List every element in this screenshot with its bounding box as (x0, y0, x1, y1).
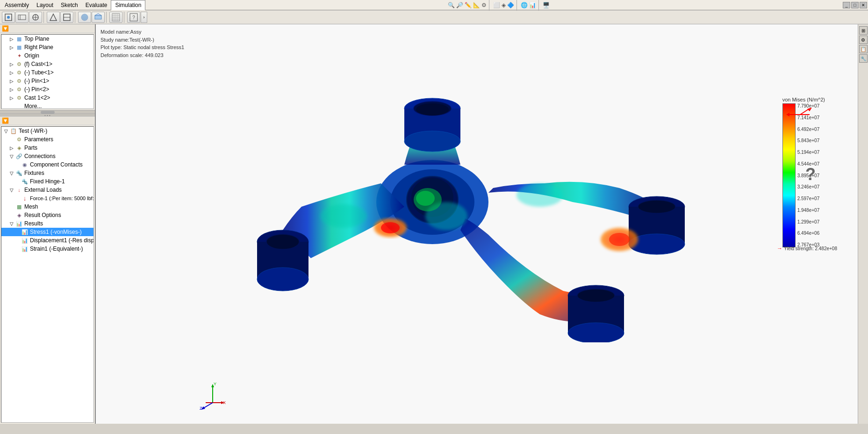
tree-pin1[interactable]: ▷ ⚙ (-) Pin<1> (1, 77, 93, 85)
expand-icon[interactable]: ▽ (9, 221, 14, 226)
expand-icon[interactable]: ▷ (9, 145, 14, 151)
toolbar-icon-5[interactable]: ⚙ (481, 2, 487, 8)
right-btn-2[interactable]: ⚙ (859, 36, 868, 44)
close-button[interactable]: ✕ (860, 2, 867, 8)
model-info-line2: Study name:Test(-WR-) (100, 36, 184, 44)
tree-results[interactable]: ▽ 📊 Results (1, 219, 93, 228)
tree-pin2-label: (-) Pin<2> (24, 86, 49, 93)
restore-button[interactable]: □ (851, 2, 859, 8)
tree-result-options[interactable]: ◈ Result Options (1, 211, 93, 219)
viewport: Model name:Assy Study name:Test(-WR-) Pl… (96, 24, 858, 424)
right-btn-4[interactable]: 🔧 (859, 54, 868, 63)
tree-displacement1[interactable]: 📊 Displacement1 (-Res disp-) (1, 236, 93, 245)
fixtures-icon: 🔩 (15, 169, 23, 177)
toolbar-icon-8[interactable]: 🔷 (507, 2, 514, 8)
tree-mesh[interactable]: ▦ Mesh (1, 203, 93, 211)
tree-f-cast[interactable]: ▷ ⚙ (f) Cast<1> (1, 60, 93, 68)
expand-icon[interactable]: ▽ (9, 153, 14, 159)
expand-icon (9, 137, 14, 142)
tree-parameters[interactable]: ⚙ Parameters (1, 135, 93, 144)
tree-test-wr[interactable]: ▽ 📋 Test (-WR-) (1, 127, 93, 135)
sim-icon-1 (4, 13, 13, 22)
sim-toolbar-btn-1[interactable] (2, 12, 15, 23)
toolbar-icon-10[interactable]: 📊 (529, 2, 536, 8)
tree-stress1[interactable]: 📊 Stress1 (-vonMises-) (1, 228, 93, 236)
toolbar-icon-11[interactable]: 🖥️ (543, 2, 550, 8)
toolbar-icon-1[interactable]: 🔍 (448, 2, 455, 8)
toolbar-icon-4[interactable]: 📐 (473, 2, 480, 8)
expand-icon[interactable]: ▷ (9, 44, 14, 50)
menu-sketch[interactable]: Sketch (57, 0, 82, 10)
tree-origin[interactable]: ✦ Origin (1, 51, 93, 60)
expand-icon[interactable]: ▽ (9, 170, 14, 176)
right-btn-1[interactable]: ⊞ (859, 26, 868, 35)
tree-top-plane[interactable]: ▷ ▦ Top Plane (1, 35, 93, 43)
sim-toolbar-btn-7[interactable] (92, 12, 105, 23)
svg-marker-64 (807, 108, 812, 111)
tree-connections[interactable]: ▽ 🔗 Connections (1, 152, 93, 160)
expand-icon[interactable]: ▷ (9, 61, 14, 67)
minimize-button[interactable]: _ (843, 2, 850, 8)
part-icon: ⚙ (15, 94, 23, 101)
tree-comp-contacts-label: Component Contacts (30, 161, 83, 168)
tree-force1[interactable]: ↓ Force-1 (:Per item: 5000 lbf:) (1, 194, 93, 203)
sim-toolbar-btn-4[interactable] (47, 12, 60, 23)
menu-layout[interactable]: Layout (33, 0, 57, 10)
toolbar-icon-2[interactable]: 🔎 (456, 2, 463, 8)
tree-strain1[interactable]: 📊 Strain1 (-Equivalent-) (1, 245, 93, 253)
expand-icon[interactable]: ▷ (9, 70, 14, 75)
toolbar-icon-3[interactable]: ✏️ (465, 2, 472, 8)
expand-icon[interactable]: ▽ (9, 187, 14, 193)
menu-assembly[interactable]: Assembly (1, 0, 33, 10)
filter-icon[interactable]: 🔽 (2, 25, 9, 32)
expand-icon[interactable]: ▷ (9, 87, 14, 92)
expand-icon[interactable]: ▷ (9, 78, 14, 84)
sim-toolbar-btn-2[interactable] (15, 12, 29, 23)
toolbar-icon-9[interactable]: 🌐 (521, 2, 528, 8)
sim-toolbar-btn-9[interactable]: ? (127, 12, 140, 23)
right-btn-3[interactable]: 📋 (859, 45, 868, 53)
tree-test-wr-label: Test (-WR-) (19, 128, 47, 134)
toolbar-icon-7[interactable]: ◈ (502, 2, 506, 8)
coordinate-axes: Y X Z (199, 382, 227, 410)
expand-icon (9, 53, 14, 58)
result-options-icon: ◈ (15, 211, 23, 219)
expand-icon[interactable]: ▷ (9, 95, 14, 101)
legend-value-4: 5.194e+07 (797, 150, 820, 155)
expand-icon (14, 238, 20, 243)
stress1-icon: 📊 (21, 228, 29, 236)
menu-simulation[interactable]: Simulation (111, 0, 145, 10)
part-icon: ⚙ (15, 60, 23, 68)
expand-icon (9, 204, 14, 210)
right-panel: ⊞ ⚙ 📋 🔧 (858, 24, 868, 424)
sim-toolbar-btn-5[interactable] (60, 12, 73, 23)
tree-fixed-hinge[interactable]: 🔩 Fixed Hinge-1 (1, 177, 93, 186)
svg-rect-2 (18, 15, 26, 20)
sim-filter-icon[interactable]: 🔽 (2, 117, 9, 124)
menu-evaluate[interactable]: Evaluate (82, 0, 111, 10)
tree-right-plane[interactable]: ▷ ▦ Right Plane (1, 43, 93, 51)
plane-icon: ▦ (15, 43, 23, 51)
sim-icon-8 (112, 13, 120, 22)
sim-toolbar-btn-3[interactable] (29, 12, 42, 23)
tree-fixtures[interactable]: ▽ 🔩 Fixtures (1, 169, 93, 177)
expand-icon[interactable]: ▷ (9, 36, 14, 42)
tree-parts[interactable]: ▷ ◈ Parts (1, 144, 93, 152)
expand-icon[interactable]: ▽ (3, 128, 9, 134)
tree-more[interactable]: More... (1, 102, 93, 109)
sim-toolbar-btn-6[interactable] (78, 12, 91, 23)
tree-comp-contacts[interactable]: ◉ Component Contacts (1, 160, 93, 169)
yield-strength-label: Yield strength: 2.482e+08 (784, 246, 837, 251)
tree-cast2[interactable]: ▷ ⚙ Cast 1<2> (1, 94, 93, 102)
sim-icon-5 (63, 13, 71, 22)
toolbar-icon-6[interactable]: ⬜ (493, 2, 500, 8)
legend-value-2: 6.492e+07 (797, 127, 820, 132)
tree-pin2[interactable]: ▷ ⚙ (-) Pin<2> (1, 85, 93, 94)
tree-f-cast-label: (f) Cast<1> (24, 61, 52, 67)
tree-tube[interactable]: ▷ ⚙ (-) Tube<1> (1, 68, 93, 77)
svg-point-34 (266, 234, 299, 249)
sim-toolbar-btn-8[interactable] (109, 12, 122, 23)
tree-ext-loads[interactable]: ▽ ↓ External Loads (1, 186, 93, 194)
sim-icon-2 (18, 13, 26, 22)
toolbar-expand-btn[interactable]: › (141, 12, 147, 23)
